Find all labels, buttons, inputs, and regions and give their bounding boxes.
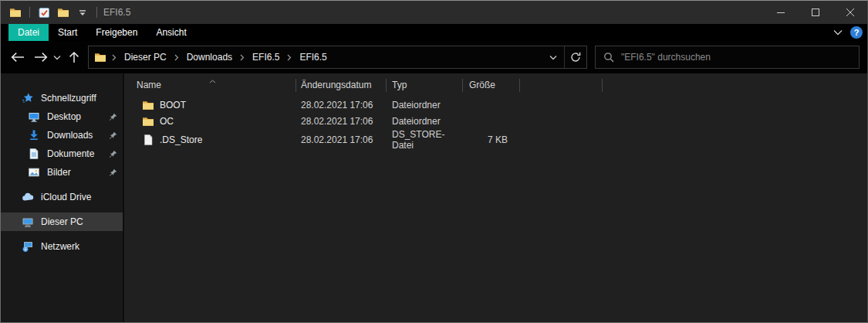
window-controls xyxy=(763,1,867,24)
file-name: .DS_Store xyxy=(160,134,202,145)
content-area: Schnellzugriff Desktop Downloads xyxy=(1,73,867,322)
file-row-ds-store[interactable]: .DS_Store 28.02.2021 17:06 DS_STORE-Date… xyxy=(124,129,867,145)
file-date: 28.02.2021 17:06 xyxy=(296,116,387,127)
file-date: 28.02.2021 17:06 xyxy=(296,100,387,110)
sidebar-item-label: Bilder xyxy=(47,167,71,178)
recent-locations-button[interactable] xyxy=(52,46,62,69)
tab-ansicht[interactable]: Ansicht xyxy=(147,24,195,41)
breadcrumb-item-efi65[interactable]: EFI6.5 xyxy=(247,46,285,68)
ribbon-tab-bar: Datei Start Freigeben Ansicht ? xyxy=(1,24,867,41)
tab-start[interactable]: Start xyxy=(49,24,86,41)
search-box xyxy=(595,46,860,69)
address-folder-icon xyxy=(94,51,106,63)
downloads-arrow-icon xyxy=(28,129,40,141)
column-header-blank xyxy=(520,73,603,97)
qat-separator xyxy=(29,7,30,18)
file-date: 28.02.2021 17:06 xyxy=(296,134,387,145)
refresh-button[interactable] xyxy=(564,46,586,68)
sidebar-item-bilder[interactable]: Bilder xyxy=(1,163,123,182)
folder-icon xyxy=(142,115,154,128)
sidebar-item-schnellzugriff[interactable]: Schnellzugriff xyxy=(1,89,123,107)
refresh-icon xyxy=(570,52,581,63)
file-name: OC xyxy=(160,116,174,127)
tab-datei[interactable]: Datei xyxy=(8,24,49,41)
maximize-button[interactable] xyxy=(798,1,833,24)
quick-access-toolbar xyxy=(8,4,100,21)
folder-icon xyxy=(142,99,154,111)
sidebar-section-gap xyxy=(1,206,123,212)
window-title: EFI6.5 xyxy=(103,7,130,18)
help-button[interactable]: ? xyxy=(850,26,863,39)
address-dropdown-button[interactable] xyxy=(542,46,564,68)
sidebar-item-netzwerk[interactable]: Netzwerk xyxy=(1,237,123,256)
breadcrumb-item-dieser-pc[interactable]: Dieser PC xyxy=(119,46,172,68)
column-header-typ[interactable]: Typ xyxy=(387,73,463,97)
file-list: Name Änderungsdatum Typ Größe BOOT 28.02… xyxy=(124,73,867,322)
sidebar-item-dokumente[interactable]: Dokumente xyxy=(1,144,123,163)
back-arrow-icon xyxy=(11,52,25,63)
qat-customize-button[interactable] xyxy=(75,4,90,21)
file-type: DS_STORE-Datei xyxy=(387,129,463,151)
help-icon: ? xyxy=(854,28,860,37)
forward-arrow-icon xyxy=(34,52,48,63)
pin-icon xyxy=(109,131,117,140)
pin-icon xyxy=(109,168,117,177)
forward-button[interactable] xyxy=(32,46,49,69)
network-icon xyxy=(22,240,34,253)
column-header-groesse[interactable]: Größe xyxy=(463,73,520,97)
ribbon-collapse-button[interactable] xyxy=(833,29,843,36)
sidebar-item-label: Schnellzugriff xyxy=(41,93,96,104)
sidebar-item-label: Netzwerk xyxy=(41,241,79,252)
sidebar-item-label: Downloads xyxy=(47,130,93,141)
close-button[interactable] xyxy=(833,1,867,24)
column-header-aenderungsdatum[interactable]: Änderungsdatum xyxy=(296,73,387,97)
column-header-name[interactable]: Name xyxy=(124,73,296,97)
minimize-button[interactable] xyxy=(763,1,798,24)
file-row-oc[interactable]: OC 28.02.2021 17:06 Dateiordner xyxy=(124,113,867,129)
back-button[interactable] xyxy=(9,46,26,69)
sidebar-item-dieser-pc[interactable]: Dieser PC xyxy=(1,212,123,231)
file-size: 7 KB xyxy=(463,134,520,145)
maximize-icon xyxy=(812,8,819,16)
qat-customize-icon xyxy=(78,8,87,17)
address-dropdown-icon xyxy=(549,55,557,60)
qat-new-folder-button[interactable] xyxy=(56,4,71,21)
qat-properties-button[interactable] xyxy=(36,4,52,21)
app-folder-icon xyxy=(8,4,23,21)
search-icon xyxy=(603,52,614,63)
file-name: BOOT xyxy=(160,100,186,110)
breadcrumb-chevron-icon xyxy=(238,54,247,61)
breadcrumb-item-efi65-2[interactable]: EFI6.5 xyxy=(294,46,332,68)
sidebar-section-gap xyxy=(1,231,123,237)
breadcrumb-chevron-icon xyxy=(285,54,294,61)
sidebar-item-label: Dokumente xyxy=(47,148,94,159)
properties-check-icon xyxy=(39,7,50,19)
address-bar[interactable]: Dieser PC Downloads EFI6.5 EFI6.5 xyxy=(88,46,587,69)
explorer-window: EFI6.5 Datei Start Freigeben Ansicht ? xyxy=(0,0,868,323)
document-icon xyxy=(28,148,40,160)
ribbon-collapse-icon xyxy=(833,29,843,36)
navigation-pane: Schnellzugriff Desktop Downloads xyxy=(1,73,124,322)
tab-freigeben[interactable]: Freigeben xyxy=(86,24,147,41)
desktop-icon xyxy=(28,110,40,123)
sidebar-item-desktop[interactable]: Desktop xyxy=(1,107,123,126)
minimize-icon xyxy=(777,8,785,16)
sidebar-item-label: iCloud Drive xyxy=(41,192,91,202)
up-button[interactable] xyxy=(66,46,83,69)
file-type: Dateiordner xyxy=(387,116,463,127)
recent-chevron-icon xyxy=(53,55,61,60)
sidebar-item-downloads[interactable]: Downloads xyxy=(1,126,123,144)
file-row-boot[interactable]: BOOT 28.02.2021 17:06 Dateiordner xyxy=(124,97,867,113)
new-folder-icon xyxy=(57,6,69,19)
close-icon xyxy=(846,8,854,16)
pin-icon xyxy=(109,150,117,158)
pictures-icon xyxy=(28,166,40,178)
navigation-toolbar: Dieser PC Downloads EFI6.5 EFI6.5 xyxy=(1,41,867,73)
file-icon xyxy=(142,134,154,146)
search-input[interactable] xyxy=(621,52,851,63)
breadcrumb-item-downloads[interactable]: Downloads xyxy=(181,46,238,68)
sidebar-item-icloud-drive[interactable]: iCloud Drive xyxy=(1,188,123,206)
cloud-icon xyxy=(22,191,34,203)
pin-icon xyxy=(109,113,117,121)
qat-separator xyxy=(96,7,97,18)
